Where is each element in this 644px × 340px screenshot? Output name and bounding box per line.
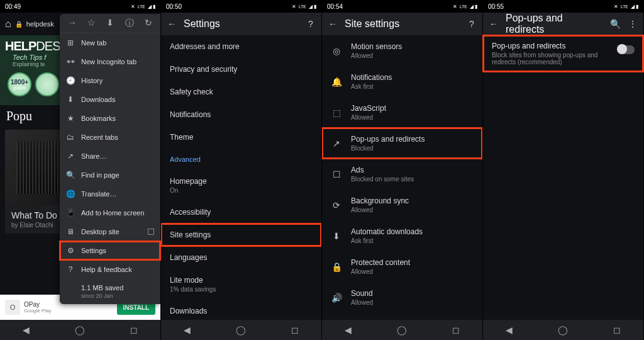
translate-icon: 🌐 [66, 190, 75, 198]
star-icon[interactable]: ☆ [87, 18, 96, 29]
gear-icon: ⚙ [66, 246, 75, 255]
download-icon: ⬇ [66, 95, 75, 104]
menu-settings[interactable]: ⚙Settings [60, 241, 160, 260]
popup-icon: ↗ [331, 139, 342, 149]
site-setting-popup[interactable]: ↗Pop-ups and redirectsBlocked [322, 128, 482, 159]
back-arrow-icon[interactable]: ← [166, 18, 177, 30]
more-icon[interactable]: ⋮ [627, 18, 638, 30]
square-icon[interactable]: ◻ [130, 325, 138, 335]
settings-advanced-header: Advanced [161, 149, 321, 170]
pane-browser-menu: 00:49 ✕ LTE ◢ ▮ ⌂ 🔒 helpdesk HELPDESK Te… [0, 0, 161, 340]
menu-bookmarks[interactable]: ★Bookmarks [60, 109, 160, 128]
settings-lite-mode[interactable]: Lite mode1% data savings [161, 269, 321, 300]
menu-share[interactable]: ↗Share… [60, 147, 160, 166]
popups-toggle-row[interactable]: Pop-ups and redirects Block sites from s… [483, 35, 643, 72]
js-icon: ⬚ [331, 108, 342, 118]
site-setting-protected[interactable]: 🔒Protected contentAllowed [322, 251, 482, 282]
site-setting-sync[interactable]: ⟳Background syncAllowed [322, 190, 482, 220]
menu-incognito[interactable]: 👓New Incognito tab [60, 52, 160, 71]
phone-icon: 📱 [66, 208, 75, 217]
menu-help[interactable]: ?Help & feedback [60, 260, 160, 279]
menu-recent-tabs[interactable]: 🗂Recent tabs [60, 128, 160, 147]
tabs-icon: 🗂 [66, 133, 75, 142]
menu-desktop-site[interactable]: 🖥Desktop site [60, 222, 160, 241]
back-arrow-icon[interactable]: ← [327, 18, 338, 30]
page-title: Site settings [345, 18, 460, 30]
search-icon[interactable]: 🔍 [609, 18, 621, 30]
sound-icon: 🔊 [331, 293, 342, 303]
site-setting-sound[interactable]: 🔊SoundAllowed [322, 282, 482, 313]
status-icons: ✕ LTE ◢ ▮ [131, 4, 155, 9]
circle-icon[interactable]: ◯ [75, 325, 85, 335]
site-setting-bell[interactable]: 🔔NotificationsAsk first [322, 66, 482, 97]
site-setting-ads[interactable]: ☐AdsBlocked on some sites [322, 159, 482, 190]
site-setting-motion[interactable]: ◎Motion sensorsAllowed [322, 35, 482, 66]
back-arrow-icon[interactable]: ← [488, 18, 499, 30]
incognito-icon: 👓 [66, 57, 75, 66]
menu-data-saved[interactable]: 1.1 MB savedsince 20 Jan [60, 279, 160, 304]
menu-add-home[interactable]: 📱Add to Home screen [60, 203, 160, 222]
settings-downloads[interactable]: Downloads [161, 300, 321, 322]
toggle-switch[interactable] [617, 45, 635, 54]
sync-icon: ⟳ [331, 200, 342, 210]
settings-addresses[interactable]: Addresses and more [161, 35, 321, 58]
settings-accessibility[interactable]: Accessibility [161, 201, 321, 224]
download-icon: ⬇ [331, 231, 342, 241]
ad-app-icon: O [5, 300, 20, 315]
clock: 00:49 [5, 3, 21, 10]
help-icon: ? [66, 265, 75, 274]
menu-downloads[interactable]: ⬇Downloads [60, 90, 160, 109]
menu-history[interactable]: 🕘History [60, 71, 160, 90]
settings-site-settings[interactable]: Site settings [161, 224, 321, 246]
help-icon[interactable]: ? [466, 18, 477, 30]
status-bar: 00:49 ✕ LTE ◢ ▮ [0, 0, 160, 13]
pane-settings: 00:50 ✕ LTE ◢ ▮ ← Settings ? Addresses a… [161, 0, 322, 340]
history-icon: 🕘 [66, 76, 75, 85]
site-setting-js[interactable]: ⬚JavaScriptAllowed [322, 97, 482, 128]
settings-homepage[interactable]: HomepageOn [161, 170, 321, 201]
pane-site-settings: 00:54✕ LTE ◢ ▮ ← Site settings ? ◎Motion… [322, 0, 483, 340]
protected-icon: 🔒 [331, 262, 342, 272]
app-bar: ← Settings ? [161, 13, 321, 35]
forward-icon[interactable]: → [68, 18, 77, 29]
share-icon: ↗ [66, 152, 75, 161]
menu-find[interactable]: 🔍Find in page [60, 166, 160, 184]
download-icon[interactable]: ⬇ [106, 18, 114, 29]
menu-new-tab[interactable]: ⊞New tab [60, 33, 160, 52]
motion-icon: ◎ [331, 46, 342, 56]
desktop-checkbox[interactable] [148, 229, 154, 235]
ads-icon: ☐ [331, 169, 342, 179]
plus-box-icon: ⊞ [66, 38, 75, 47]
bell-icon: 🔔 [331, 77, 342, 87]
help-icon[interactable]: ? [305, 18, 316, 30]
settings-theme[interactable]: Theme [161, 126, 321, 149]
settings-privacy[interactable]: Privacy and security [161, 58, 321, 81]
settings-safety[interactable]: Safety check [161, 81, 321, 103]
page-title: Settings [184, 18, 299, 30]
row-title: Pop-ups and redirects [492, 42, 612, 50]
pane-popups-redirects: 00:55✕ LTE ◢ ▮ ← Pop-ups and redirects 🔍… [483, 0, 644, 340]
desktop-icon: 🖥 [66, 227, 75, 236]
site-setting-download[interactable]: ⬇Automatic downloadsAsk first [322, 220, 482, 251]
overflow-menu: → ☆ ⬇ ⓘ ↻ ⊞New tab 👓New Incognito tab 🕘H… [60, 14, 160, 304]
status-bar: 00:50 ✕ LTE ◢ ▮ [161, 0, 321, 13]
settings-languages[interactable]: Languages [161, 246, 321, 269]
page-title: Pop-ups and redirects [506, 13, 603, 35]
back-icon[interactable]: ◀ [23, 325, 30, 335]
search-icon: 🔍 [66, 171, 75, 179]
home-icon[interactable]: ⌂ [5, 18, 11, 30]
menu-translate[interactable]: 🌐Translate… [60, 184, 160, 203]
row-subtitle: Block sites from showing pop-ups and red… [492, 52, 612, 65]
reload-icon[interactable]: ↻ [145, 18, 152, 29]
settings-notifications[interactable]: Notifications [161, 103, 321, 126]
nav-bar: ◀ ◯ ◻ [0, 320, 160, 340]
star-icon: ★ [66, 114, 75, 123]
lock-icon: 🔒 [15, 21, 23, 28]
info-icon[interactable]: ⓘ [125, 18, 134, 29]
